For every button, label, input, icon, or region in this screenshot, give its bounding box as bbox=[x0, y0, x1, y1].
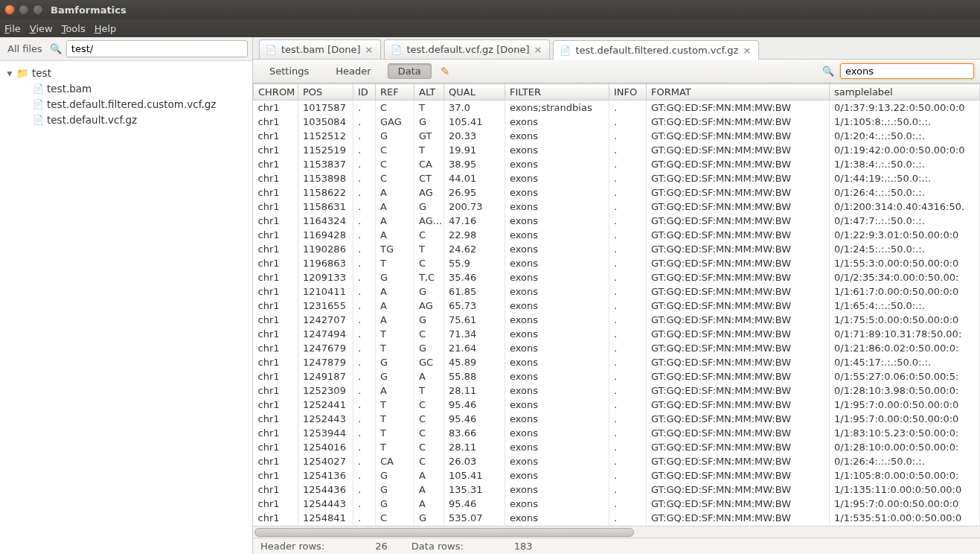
menu-help[interactable]: Help bbox=[95, 23, 117, 34]
close-icon[interactable]: × bbox=[365, 44, 373, 55]
close-icon[interactable]: × bbox=[534, 44, 542, 55]
table-cell: exons bbox=[505, 129, 609, 143]
table-row[interactable]: chr11252441.TC95.46exons.GT:GQ:ED:SF:MN:… bbox=[254, 398, 980, 412]
data-table[interactable]: CHROMPOSIDREFALTQUALFILTERINFOFORMATsamp… bbox=[253, 83, 980, 526]
table-row[interactable]: chr11242707.AG75.61exons.GT:GQ:ED:SF:MN:… bbox=[254, 313, 980, 327]
file-tree[interactable]: ▾ 📁 test 📄test.bam📄test.default.filtered… bbox=[0, 61, 252, 554]
table-cell: G bbox=[414, 284, 444, 299]
table-row[interactable]: chr11247879.GGC45.89exons.GT:GQ:ED:SF:MN… bbox=[254, 355, 980, 369]
table-cell: 1254016 bbox=[298, 440, 353, 454]
table-cell: 1252309 bbox=[298, 383, 353, 398]
menu-file[interactable]: File bbox=[4, 23, 21, 34]
close-icon[interactable]: × bbox=[743, 45, 751, 56]
table-row[interactable]: chr11164324.AAG...47.16exons.GT:GQ:ED:SF… bbox=[254, 214, 980, 228]
table-cell: 1231655 bbox=[298, 299, 353, 313]
table-cell: chr1 bbox=[254, 483, 298, 497]
table-row[interactable]: chr11254016.TC28.11exons.GT:GQ:ED:SF:MN:… bbox=[254, 440, 980, 454]
collapse-icon[interactable]: ▾ bbox=[6, 66, 13, 81]
table-cell: T bbox=[376, 341, 414, 355]
window-close-button[interactable] bbox=[4, 4, 15, 15]
table-row[interactable]: chr11253944.TC83.66exons.GT:GQ:ED:SF:MN:… bbox=[254, 426, 980, 440]
table-cell: 0/1:20:4:.:.:50.0:.:. bbox=[830, 129, 980, 143]
toolbar-data-button[interactable]: Data bbox=[388, 63, 432, 79]
table-row[interactable]: chr11252309.AT28.11exons.GT:GQ:ED:SF:MN:… bbox=[254, 383, 980, 398]
table-cell: C bbox=[414, 327, 444, 341]
table-cell: . bbox=[609, 412, 647, 426]
window-minimize-button[interactable] bbox=[19, 4, 29, 15]
table-row[interactable]: chr11158631.AG200.73exons.GT:GQ:ED:SF:MN… bbox=[254, 200, 980, 214]
table-row[interactable]: chr11247679.TG21.64exons.GT:GQ:ED:SF:MN:… bbox=[254, 341, 980, 355]
tree-file[interactable]: 📄test.default.filtered.custom.vcf.gz bbox=[22, 97, 246, 112]
tree-file[interactable]: 📄test.bam bbox=[22, 81, 246, 97]
window-title: Bamformatics bbox=[51, 4, 126, 16]
table-cell: 44.01 bbox=[444, 171, 505, 185]
table-row[interactable]: chr11196863.TC55.9exons.GT:GQ:ED:SF:MN:M… bbox=[254, 256, 980, 270]
column-header[interactable]: ALT bbox=[414, 84, 444, 101]
table-cell: . bbox=[353, 256, 376, 270]
table-search-input[interactable] bbox=[845, 66, 972, 77]
table-row[interactable]: chr11247494.TC71.34exons.GT:GQ:ED:SF:MN:… bbox=[254, 327, 980, 341]
window-maximize-button[interactable] bbox=[33, 4, 43, 15]
table-row[interactable]: chr11153837.CCA38.95exons.GT:GQ:ED:SF:MN… bbox=[254, 157, 980, 171]
column-header[interactable]: ID bbox=[353, 84, 376, 101]
tree-file[interactable]: 📄test.default.vcf.gz bbox=[22, 112, 246, 128]
table-row[interactable]: chr11249187.GA55.88exons.GT:GQ:ED:SF:MN:… bbox=[254, 369, 980, 383]
table-cell: GT:GQ:ED:SF:MN:MM:MW:BW bbox=[647, 313, 830, 327]
table-cell: G bbox=[414, 200, 444, 214]
tab[interactable]: 📄test.default.filtered.custom.vcf.gz× bbox=[553, 40, 759, 60]
table-cell: . bbox=[609, 171, 647, 185]
horizontal-scrollbar[interactable] bbox=[253, 526, 980, 538]
table-cell: GT:GQ:ED:SF:MN:MM:MW:BW bbox=[647, 115, 830, 129]
table-row[interactable]: chr11209133.GT,C35.46exons.GT:GQ:ED:SF:M… bbox=[254, 270, 980, 284]
sidebar-search-input[interactable] bbox=[66, 40, 248, 57]
table-row[interactable]: chr11152519.CT19.91exons.GT:GQ:ED:SF:MN:… bbox=[254, 143, 980, 157]
column-header[interactable]: samplelabel bbox=[830, 84, 980, 101]
table-row[interactable]: chr11190286.TGT24.62exons.GT:GQ:ED:SF:MN… bbox=[254, 242, 980, 256]
table-cell: . bbox=[609, 228, 647, 242]
table-row[interactable]: chr11158622.AAG26.95exons.GT:GQ:ED:SF:MN… bbox=[254, 185, 980, 200]
toolbar-header-button[interactable]: Header bbox=[325, 63, 381, 79]
table-row[interactable]: chr11254136.GA105.41exons.GT:GQ:ED:SF:MN… bbox=[254, 468, 980, 483]
edit-icon[interactable]: ✎ bbox=[441, 65, 450, 78]
table-cell: T bbox=[376, 412, 414, 426]
column-header[interactable]: POS bbox=[298, 84, 353, 101]
table-cell: . bbox=[353, 383, 376, 398]
column-header[interactable]: INFO bbox=[609, 84, 647, 101]
column-header[interactable]: CHROM bbox=[254, 84, 298, 101]
table-row[interactable]: chr11017587.CT37.0exons;strandbias.GT:GQ… bbox=[254, 101, 980, 115]
table-cell: 83.66 bbox=[444, 426, 505, 440]
table-cell: exons bbox=[505, 185, 609, 200]
table-row[interactable]: chr11152512.GGT20.33exons.GT:GQ:ED:SF:MN… bbox=[254, 129, 980, 143]
table-cell: chr1 bbox=[254, 299, 298, 313]
table-cell: . bbox=[609, 497, 647, 511]
column-header[interactable]: FORMAT bbox=[647, 84, 830, 101]
column-header[interactable]: FILTER bbox=[505, 84, 609, 101]
scrollbar-thumb[interactable] bbox=[254, 528, 634, 537]
table-cell: 1158631 bbox=[298, 200, 353, 214]
table-row[interactable]: chr11254443.GA95.46exons.GT:GQ:ED:SF:MN:… bbox=[254, 497, 980, 511]
table-cell: T bbox=[376, 398, 414, 412]
table-cell: . bbox=[609, 341, 647, 355]
table-row[interactable]: chr11254027.CAC26.03exons.GT:GQ:ED:SF:MN… bbox=[254, 454, 980, 468]
table-row[interactable]: chr11210411.AG61.85exons.GT:GQ:ED:SF:MN:… bbox=[254, 284, 980, 299]
table-cell: 1253944 bbox=[298, 426, 353, 440]
tab[interactable]: 📄test.bam [Done]× bbox=[259, 39, 381, 59]
table-row[interactable]: chr11169428.AC22.98exons.GT:GQ:ED:SF:MN:… bbox=[254, 228, 980, 242]
table-cell: exons bbox=[505, 383, 609, 398]
tree-folder-test[interactable]: ▾ 📁 test bbox=[6, 66, 246, 81]
toolbar-settings-button[interactable]: Settings bbox=[259, 63, 319, 79]
table-search-box[interactable] bbox=[840, 63, 974, 79]
table-row[interactable]: chr11231655.AAG65.73exons.GT:GQ:ED:SF:MN… bbox=[254, 299, 980, 313]
table-row[interactable]: chr11153898.CCT44.01exons.GT:GQ:ED:SF:MN… bbox=[254, 171, 980, 185]
tab[interactable]: 📄test.default.vcf.gz [Done]× bbox=[384, 39, 550, 59]
column-header[interactable]: QUAL bbox=[444, 84, 505, 101]
table-row[interactable]: chr11035084.GAGG105.41exons.GT:GQ:ED:SF:… bbox=[254, 115, 980, 129]
menu-tools[interactable]: Tools bbox=[62, 23, 86, 34]
column-header[interactable]: REF bbox=[376, 84, 414, 101]
table-row[interactable]: chr11254841.CG535.07exons.GT:GQ:ED:SF:MN… bbox=[254, 511, 980, 525]
table-row[interactable]: chr11252443.TC95.46exons.GT:GQ:ED:SF:MN:… bbox=[254, 412, 980, 426]
table-row[interactable]: chr11254436.GA135.31exons.GT:GQ:ED:SF:MN… bbox=[254, 483, 980, 497]
table-cell: chr1 bbox=[254, 454, 298, 468]
table-cell: . bbox=[353, 313, 376, 327]
menu-view[interactable]: View bbox=[30, 23, 53, 34]
